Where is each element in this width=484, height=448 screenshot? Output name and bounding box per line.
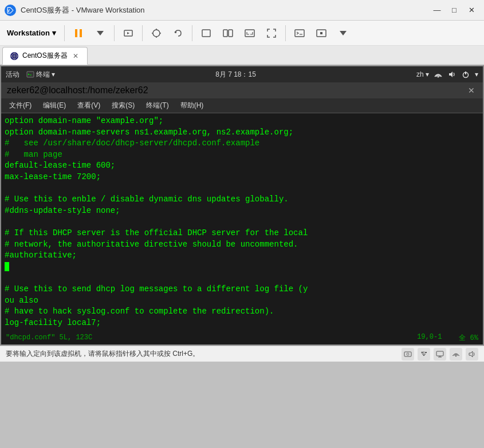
vm-tab[interactable]: CentOS服务器 ✕ <box>2 47 88 65</box>
workstation-menu[interactable]: Workstation ▾ <box>2 26 61 39</box>
terminal-window: zeker62@localhost:/home/zeker62 ✕ 文件(F) … <box>1 82 483 344</box>
menu-search[interactable]: 搜索(S) <box>107 100 139 112</box>
toolbar-separator-1 <box>64 25 65 41</box>
bottom-icon-3[interactable] <box>434 348 446 360</box>
maximize-button[interactable]: □ <box>446 3 462 17</box>
vmware-icon: V <box>5 5 16 16</box>
svg-point-6 <box>153 30 160 37</box>
toolbar-separator-3 <box>142 25 143 41</box>
svg-marker-15 <box>340 31 347 35</box>
svg-rect-11 <box>245 30 254 37</box>
svg-rect-29 <box>425 352 427 353</box>
power-dropdown: ▾ <box>475 70 478 78</box>
terminal-menu-item[interactable]: 终端 ▾ <box>26 70 55 80</box>
activities-label[interactable]: 活动 <box>6 70 19 80</box>
fit-button[interactable] <box>239 23 260 43</box>
svg-point-22 <box>438 76 439 78</box>
status-right: 19,0-1 全 6% <box>417 333 478 343</box>
terminal-line: log-facility local7; <box>5 318 479 329</box>
terminal-line: option domain-name "example.org"; <box>5 116 479 127</box>
revert-button[interactable] <box>168 23 188 43</box>
menu-view[interactable]: 查看(V) <box>73 100 105 112</box>
svg-point-28 <box>422 351 423 353</box>
split-window-button[interactable] <box>218 23 238 43</box>
bottom-icons <box>402 348 478 360</box>
send-to-vm-button[interactable] <box>118 23 139 43</box>
terminal-content[interactable]: option domain-name "example.org"; option… <box>1 113 483 331</box>
enter-fullscreen-button[interactable] <box>311 23 332 43</box>
svg-rect-2 <box>75 29 77 37</box>
pause-icon <box>73 27 84 39</box>
terminal-line: ou also <box>5 295 479 307</box>
menu-edit[interactable]: 编辑(E) <box>38 100 70 112</box>
terminal-line: # Use this to enble / disable dynamic dn… <box>5 194 479 205</box>
vm-display-area: 活动 终端 ▾ 8月 7 18：15 zh ▾ <box>0 65 484 346</box>
minimize-button[interactable]: — <box>429 3 445 17</box>
console-button[interactable] <box>289 23 310 43</box>
terminal-line <box>5 216 479 228</box>
window-title: CentOS服务器 - VMware Workstation <box>21 5 144 15</box>
single-window-button[interactable] <box>196 23 217 43</box>
terminal-line <box>5 183 479 195</box>
terminal-label: 终端 <box>36 70 50 80</box>
title-bar-left: V CentOS服务器 - VMware Workstation <box>5 5 144 16</box>
revert-icon <box>172 27 184 39</box>
svg-rect-26 <box>404 352 411 356</box>
svg-rect-8 <box>202 30 210 37</box>
cursor-position: 19,0-1 <box>417 333 442 343</box>
menu-terminal[interactable]: 终端(T) <box>141 100 173 112</box>
pause-button[interactable] <box>68 23 89 43</box>
terminal-line: # If this DHCP server is the official DH… <box>5 228 479 239</box>
terminal-line <box>5 272 479 284</box>
tab-bar: CentOS服务器 ✕ <box>0 46 484 65</box>
svg-marker-34 <box>469 351 473 357</box>
fit-icon <box>244 27 255 39</box>
close-button[interactable]: ✕ <box>463 3 479 17</box>
terminal-icon <box>26 70 34 78</box>
terminal-cursor-line <box>5 261 479 273</box>
tab-close-button[interactable]: ✕ <box>71 51 80 61</box>
console-icon <box>294 27 305 39</box>
svg-rect-3 <box>80 29 82 37</box>
file-info: "dhcpd.conf" 5L, 123C <box>6 334 92 342</box>
enter-fullscreen-icon <box>316 27 327 39</box>
hdd-icon <box>404 350 412 358</box>
svg-marker-4 <box>97 31 104 35</box>
menu-help[interactable]: 帮助(H) <box>176 100 208 112</box>
svg-marker-23 <box>449 72 452 77</box>
bottom-icon-4[interactable] <box>450 348 462 360</box>
bottom-icon-5[interactable] <box>466 348 478 360</box>
terminal-close-button[interactable]: ✕ <box>466 85 477 96</box>
toolbar-separator-5 <box>285 25 286 41</box>
network-icon <box>434 70 443 79</box>
send-to-vm-icon <box>123 27 134 39</box>
svg-rect-10 <box>229 30 233 37</box>
bottom-status-bar: 要将输入定向到该虚拟机，请将鼠标指针移入其中或按 Ctrl+G。 <box>0 346 484 362</box>
power-icon <box>461 70 470 79</box>
snapshot-button[interactable] <box>146 23 167 43</box>
datetime-label: 8月 7 18：15 <box>215 70 256 78</box>
vm-input-message: 要将输入定向到该虚拟机，请将鼠标指针移入其中或按 Ctrl+G。 <box>6 349 199 359</box>
menu-file[interactable]: 文件(F) <box>5 100 36 112</box>
terminal-line: option domain-name-servers ns1.example.o… <box>5 127 479 138</box>
window-controls: — □ ✕ <box>429 3 479 17</box>
workstation-label: Workstation <box>7 29 50 37</box>
fullscreen-button[interactable] <box>261 23 282 43</box>
pause-dropdown[interactable] <box>90 23 111 43</box>
terminal-menu-bar: 文件(F) 编辑(E) 查看(V) 搜索(S) 终端(T) 帮助(H) <box>1 98 483 113</box>
toolbar-separator-2 <box>114 25 115 41</box>
network-bottom-icon <box>452 350 460 358</box>
terminal-line: max-lease-time 7200; <box>5 172 479 183</box>
chevron-down-icon <box>95 27 106 39</box>
bottom-icon-2[interactable] <box>418 348 430 360</box>
bottom-icon-1[interactable] <box>402 348 414 360</box>
terminal-line: # network, the authoritative directive s… <box>5 239 479 251</box>
svg-rect-12 <box>295 30 304 37</box>
vm-taskbar: 活动 终端 ▾ 8月 7 18：15 zh ▾ <box>1 66 483 82</box>
vm-taskbar-center: 8月 7 18：15 <box>215 70 256 80</box>
settings-dropdown-button[interactable] <box>333 23 353 43</box>
terminal-titlebar: zeker62@localhost:/home/zeker62 ✕ <box>1 82 483 98</box>
svg-rect-9 <box>223 30 227 37</box>
terminal-cursor <box>5 262 9 271</box>
vm-taskbar-left: 活动 终端 ▾ <box>6 70 55 80</box>
